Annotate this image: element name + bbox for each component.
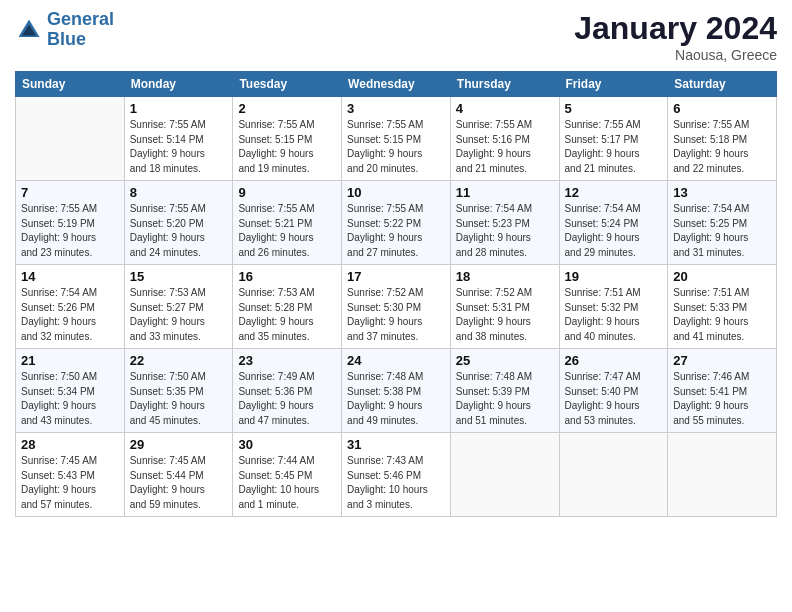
calendar-container: General Blue January 2024 Naousa, Greece…: [0, 0, 792, 527]
calendar-cell: [668, 433, 777, 517]
day-info: Sunrise: 7:53 AM Sunset: 5:28 PM Dayligh…: [238, 286, 336, 344]
calendar-cell: 5Sunrise: 7:55 AM Sunset: 5:17 PM Daylig…: [559, 97, 668, 181]
day-info: Sunrise: 7:53 AM Sunset: 5:27 PM Dayligh…: [130, 286, 228, 344]
day-number: 2: [238, 101, 336, 116]
calendar-cell: [559, 433, 668, 517]
calendar-cell: 2Sunrise: 7:55 AM Sunset: 5:15 PM Daylig…: [233, 97, 342, 181]
calendar-cell: 17Sunrise: 7:52 AM Sunset: 5:30 PM Dayli…: [342, 265, 451, 349]
day-number: 5: [565, 101, 663, 116]
calendar-cell: 7Sunrise: 7:55 AM Sunset: 5:19 PM Daylig…: [16, 181, 125, 265]
calendar-cell: 24Sunrise: 7:48 AM Sunset: 5:38 PM Dayli…: [342, 349, 451, 433]
day-header-monday: Monday: [124, 72, 233, 97]
day-number: 1: [130, 101, 228, 116]
logo-text: General Blue: [47, 10, 114, 50]
day-number: 18: [456, 269, 554, 284]
week-row-3: 14Sunrise: 7:54 AM Sunset: 5:26 PM Dayli…: [16, 265, 777, 349]
day-number: 3: [347, 101, 445, 116]
day-info: Sunrise: 7:55 AM Sunset: 5:15 PM Dayligh…: [347, 118, 445, 176]
calendar-cell: 18Sunrise: 7:52 AM Sunset: 5:31 PM Dayli…: [450, 265, 559, 349]
calendar-cell: 27Sunrise: 7:46 AM Sunset: 5:41 PM Dayli…: [668, 349, 777, 433]
calendar-cell: 8Sunrise: 7:55 AM Sunset: 5:20 PM Daylig…: [124, 181, 233, 265]
logo-icon: [15, 16, 43, 44]
day-headers-row: SundayMondayTuesdayWednesdayThursdayFrid…: [16, 72, 777, 97]
day-info: Sunrise: 7:48 AM Sunset: 5:39 PM Dayligh…: [456, 370, 554, 428]
day-number: 27: [673, 353, 771, 368]
calendar-cell: 15Sunrise: 7:53 AM Sunset: 5:27 PM Dayli…: [124, 265, 233, 349]
week-row-4: 21Sunrise: 7:50 AM Sunset: 5:34 PM Dayli…: [16, 349, 777, 433]
day-number: 29: [130, 437, 228, 452]
day-number: 12: [565, 185, 663, 200]
week-row-2: 7Sunrise: 7:55 AM Sunset: 5:19 PM Daylig…: [16, 181, 777, 265]
day-header-wednesday: Wednesday: [342, 72, 451, 97]
calendar-cell: 21Sunrise: 7:50 AM Sunset: 5:34 PM Dayli…: [16, 349, 125, 433]
day-info: Sunrise: 7:51 AM Sunset: 5:33 PM Dayligh…: [673, 286, 771, 344]
day-info: Sunrise: 7:54 AM Sunset: 5:26 PM Dayligh…: [21, 286, 119, 344]
day-info: Sunrise: 7:46 AM Sunset: 5:41 PM Dayligh…: [673, 370, 771, 428]
day-info: Sunrise: 7:55 AM Sunset: 5:16 PM Dayligh…: [456, 118, 554, 176]
day-number: 28: [21, 437, 119, 452]
title-section: January 2024 Naousa, Greece: [574, 10, 777, 63]
day-number: 13: [673, 185, 771, 200]
day-info: Sunrise: 7:49 AM Sunset: 5:36 PM Dayligh…: [238, 370, 336, 428]
logo: General Blue: [15, 10, 114, 50]
calendar-cell: 31Sunrise: 7:43 AM Sunset: 5:46 PM Dayli…: [342, 433, 451, 517]
calendar-cell: 20Sunrise: 7:51 AM Sunset: 5:33 PM Dayli…: [668, 265, 777, 349]
day-number: 26: [565, 353, 663, 368]
logo-line2: Blue: [47, 29, 86, 49]
day-info: Sunrise: 7:50 AM Sunset: 5:34 PM Dayligh…: [21, 370, 119, 428]
calendar-cell: 30Sunrise: 7:44 AM Sunset: 5:45 PM Dayli…: [233, 433, 342, 517]
day-number: 14: [21, 269, 119, 284]
day-number: 22: [130, 353, 228, 368]
calendar-cell: 25Sunrise: 7:48 AM Sunset: 5:39 PM Dayli…: [450, 349, 559, 433]
calendar-body: 1Sunrise: 7:55 AM Sunset: 5:14 PM Daylig…: [16, 97, 777, 517]
day-info: Sunrise: 7:45 AM Sunset: 5:43 PM Dayligh…: [21, 454, 119, 512]
day-info: Sunrise: 7:55 AM Sunset: 5:18 PM Dayligh…: [673, 118, 771, 176]
day-header-sunday: Sunday: [16, 72, 125, 97]
calendar-cell: 16Sunrise: 7:53 AM Sunset: 5:28 PM Dayli…: [233, 265, 342, 349]
day-number: 31: [347, 437, 445, 452]
day-number: 15: [130, 269, 228, 284]
day-info: Sunrise: 7:45 AM Sunset: 5:44 PM Dayligh…: [130, 454, 228, 512]
day-info: Sunrise: 7:47 AM Sunset: 5:40 PM Dayligh…: [565, 370, 663, 428]
calendar-cell: 19Sunrise: 7:51 AM Sunset: 5:32 PM Dayli…: [559, 265, 668, 349]
day-info: Sunrise: 7:52 AM Sunset: 5:31 PM Dayligh…: [456, 286, 554, 344]
day-number: 17: [347, 269, 445, 284]
calendar-table: SundayMondayTuesdayWednesdayThursdayFrid…: [15, 71, 777, 517]
header: General Blue January 2024 Naousa, Greece: [15, 10, 777, 63]
calendar-cell: 12Sunrise: 7:54 AM Sunset: 5:24 PM Dayli…: [559, 181, 668, 265]
day-info: Sunrise: 7:55 AM Sunset: 5:17 PM Dayligh…: [565, 118, 663, 176]
day-number: 11: [456, 185, 554, 200]
day-number: 20: [673, 269, 771, 284]
day-number: 7: [21, 185, 119, 200]
week-row-5: 28Sunrise: 7:45 AM Sunset: 5:43 PM Dayli…: [16, 433, 777, 517]
day-number: 9: [238, 185, 336, 200]
day-info: Sunrise: 7:44 AM Sunset: 5:45 PM Dayligh…: [238, 454, 336, 512]
calendar-cell: 28Sunrise: 7:45 AM Sunset: 5:43 PM Dayli…: [16, 433, 125, 517]
day-info: Sunrise: 7:55 AM Sunset: 5:15 PM Dayligh…: [238, 118, 336, 176]
calendar-cell: [450, 433, 559, 517]
day-info: Sunrise: 7:54 AM Sunset: 5:25 PM Dayligh…: [673, 202, 771, 260]
month-title: January 2024: [574, 10, 777, 47]
day-info: Sunrise: 7:55 AM Sunset: 5:19 PM Dayligh…: [21, 202, 119, 260]
day-info: Sunrise: 7:50 AM Sunset: 5:35 PM Dayligh…: [130, 370, 228, 428]
logo-line1: General: [47, 9, 114, 29]
calendar-cell: 6Sunrise: 7:55 AM Sunset: 5:18 PM Daylig…: [668, 97, 777, 181]
calendar-cell: 11Sunrise: 7:54 AM Sunset: 5:23 PM Dayli…: [450, 181, 559, 265]
day-info: Sunrise: 7:52 AM Sunset: 5:30 PM Dayligh…: [347, 286, 445, 344]
calendar-cell: 29Sunrise: 7:45 AM Sunset: 5:44 PM Dayli…: [124, 433, 233, 517]
calendar-cell: 4Sunrise: 7:55 AM Sunset: 5:16 PM Daylig…: [450, 97, 559, 181]
day-number: 19: [565, 269, 663, 284]
day-info: Sunrise: 7:55 AM Sunset: 5:20 PM Dayligh…: [130, 202, 228, 260]
week-row-1: 1Sunrise: 7:55 AM Sunset: 5:14 PM Daylig…: [16, 97, 777, 181]
location-subtitle: Naousa, Greece: [574, 47, 777, 63]
calendar-cell: 9Sunrise: 7:55 AM Sunset: 5:21 PM Daylig…: [233, 181, 342, 265]
day-number: 8: [130, 185, 228, 200]
day-info: Sunrise: 7:48 AM Sunset: 5:38 PM Dayligh…: [347, 370, 445, 428]
day-header-tuesday: Tuesday: [233, 72, 342, 97]
day-header-thursday: Thursday: [450, 72, 559, 97]
day-header-saturday: Saturday: [668, 72, 777, 97]
day-number: 16: [238, 269, 336, 284]
day-number: 10: [347, 185, 445, 200]
day-number: 30: [238, 437, 336, 452]
day-number: 24: [347, 353, 445, 368]
